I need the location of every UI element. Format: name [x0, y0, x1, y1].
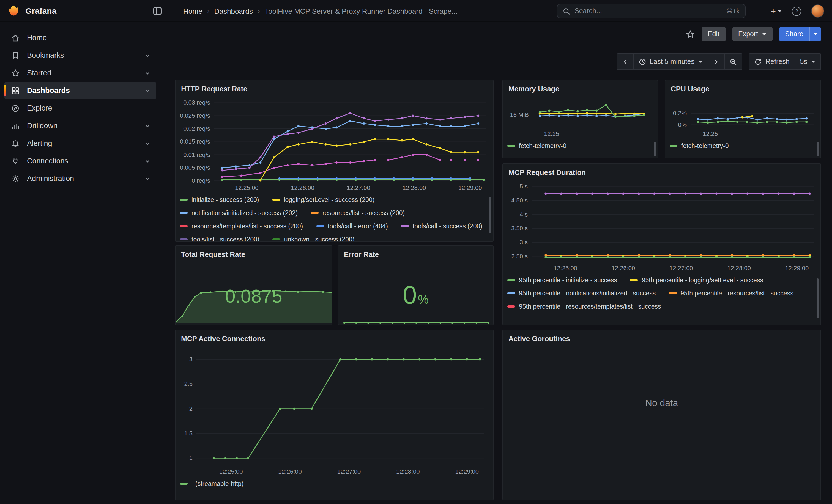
- breadcrumb: Home › Dashboards › ToolHive MCP Server …: [183, 0, 458, 22]
- new-menu-button[interactable]: +: [770, 6, 782, 16]
- time-shift-forward-button[interactable]: [708, 53, 725, 70]
- svg-text:0.005 req/s: 0.005 req/s: [180, 164, 210, 171]
- legend-item[interactable]: 95th percentile - resources/templates/li…: [508, 300, 661, 313]
- legend-item[interactable]: tools/call - error (404): [316, 219, 388, 233]
- sidebar-item-label: Connections: [27, 157, 68, 165]
- share-button[interactable]: Share: [779, 27, 809, 41]
- sidebar-nav: Home Bookmarks Starred Dashboards: [0, 22, 165, 504]
- active-connections-legend: - (streamable-http): [180, 477, 489, 490]
- duration-legend: 95th percentile - initialize - success95…: [508, 273, 816, 313]
- caret-down-icon: [698, 60, 703, 63]
- breadcrumb-home[interactable]: Home: [183, 7, 202, 15]
- time-range-picker[interactable]: Last 5 minutes: [633, 53, 708, 70]
- legend-item[interactable]: resources/templates/list - success (200): [180, 219, 303, 233]
- panel-title[interactable]: Active Goroutines: [509, 335, 815, 343]
- panel-title[interactable]: HTTP Request Rate: [181, 85, 488, 93]
- svg-text:12:27:00: 12:27:00: [337, 468, 361, 475]
- clock-icon: [639, 58, 646, 65]
- svg-text:2.50 s: 2.50 s: [511, 253, 528, 260]
- mcp-request-duration-chart[interactable]: 5 s4.50 s4 s3.50 s3 s2.50 s12:25:0012:26…: [508, 179, 817, 272]
- svg-text:0.02 req/s: 0.02 req/s: [183, 125, 210, 132]
- help-icon[interactable]: ?: [792, 6, 801, 16]
- svg-text:12:28:00: 12:28:00: [402, 184, 426, 191]
- breadcrumb-dashboards[interactable]: Dashboards: [214, 7, 253, 15]
- legend-item[interactable]: 95th percentile - logging/setLevel - suc…: [630, 273, 763, 287]
- legend-label: notifications/initialized - success (202…: [191, 210, 298, 216]
- legend-label: tools/list - success (200): [191, 236, 259, 242]
- mcp-active-connections-chart[interactable]: 11.522.5312:25:0012:26:0012:27:0012:28:0…: [180, 345, 490, 476]
- legend-item[interactable]: unknown - success (200): [272, 233, 355, 242]
- edit-button[interactable]: Edit: [702, 27, 726, 41]
- svg-text:12:28:00: 12:28:00: [396, 468, 420, 475]
- legend-item[interactable]: - (streamable-http): [180, 477, 243, 490]
- favorite-star-icon[interactable]: [686, 29, 695, 39]
- stat-unit: %: [418, 293, 428, 307]
- legend-item[interactable]: initialize - success (200): [180, 193, 259, 206]
- bookmark-icon: [11, 51, 20, 60]
- sidebar-item-alerting[interactable]: Alerting: [4, 135, 156, 152]
- legend-item[interactable]: 95th percentile - notifications/initiali…: [508, 287, 656, 300]
- svg-text:12:26:00: 12:26:00: [278, 468, 302, 475]
- brand[interactable]: Grafana: [0, 5, 56, 17]
- legend-item[interactable]: notifications/initialized - success (202…: [180, 206, 298, 219]
- legend-item[interactable]: logging/setLevel - success (200): [272, 193, 374, 206]
- svg-text:12:26:00: 12:26:00: [612, 265, 635, 271]
- chevron-down-icon: [144, 87, 151, 94]
- legend-item[interactable]: fetch-telemetry-0: [508, 139, 567, 152]
- sidebar-item-dashboards[interactable]: Dashboards: [4, 82, 156, 99]
- legend-item[interactable]: tools/list - success (200): [180, 233, 259, 242]
- sidebar-item-bookmarks[interactable]: Bookmarks: [4, 47, 156, 64]
- scrollbar-thumb[interactable]: [816, 278, 819, 318]
- scrollbar-thumb[interactable]: [816, 142, 819, 156]
- time-shift-back-button[interactable]: [617, 53, 634, 70]
- legend-label: fetch-telemetry-0: [519, 142, 567, 149]
- panel-active-goroutines: Active Goroutines No data: [502, 329, 821, 500]
- refresh-button[interactable]: Refresh: [749, 53, 795, 70]
- panel-cpu-usage: CPU Usage 0.2%0%12:25 fetch-telemetry-0: [665, 80, 821, 158]
- export-button[interactable]: Export: [732, 27, 772, 41]
- legend-item[interactable]: tools/call - success (200): [401, 219, 482, 233]
- search-box[interactable]: ⌘+k: [557, 4, 746, 18]
- panel-title[interactable]: Total Request Rate: [181, 250, 326, 259]
- sidebar-item-label: Dashboards: [27, 86, 70, 95]
- panel-title[interactable]: CPU Usage: [671, 85, 815, 93]
- http-request-rate-chart[interactable]: 0 req/s0.005 req/s0.01 req/s0.015 req/s0…: [180, 95, 490, 192]
- sidebar-item-starred[interactable]: Starred: [4, 64, 156, 81]
- zoom-out-button[interactable]: [724, 53, 742, 70]
- legend-item[interactable]: fetch-telemetry-0: [670, 139, 729, 152]
- sidebar-item-home[interactable]: Home: [4, 29, 156, 46]
- chevron-down-icon: [144, 70, 151, 76]
- memory-usage-chart[interactable]: 16 MiB12:25: [508, 95, 654, 138]
- compass-icon: [11, 104, 20, 112]
- user-avatar[interactable]: [811, 4, 824, 18]
- sidebar-item-administration[interactable]: Administration: [4, 170, 156, 187]
- panel-error-rate: Error Rate 0%: [338, 245, 494, 325]
- breadcrumb-separator: ›: [258, 8, 260, 14]
- refresh-interval-picker[interactable]: 5s: [795, 53, 821, 70]
- sidebar-item-drilldown[interactable]: Drilldown: [4, 117, 156, 134]
- share-caret-button[interactable]: [809, 27, 821, 41]
- sidebar-toggle-icon[interactable]: [152, 5, 163, 17]
- legend-label: fetch-telemetry-0: [681, 142, 729, 149]
- sidebar-item-explore[interactable]: Explore: [4, 100, 156, 117]
- legend-swatch: [508, 306, 515, 308]
- panel-title[interactable]: Memory Usage: [509, 85, 652, 93]
- legend-swatch: [669, 292, 677, 294]
- legend-label: tools/call - success (200): [413, 223, 482, 230]
- scrollbar-thumb[interactable]: [489, 197, 491, 233]
- legend-item[interactable]: 95th percentile - initialize - success: [508, 273, 617, 287]
- legend-item[interactable]: 95th percentile - resources/list - succe…: [669, 287, 793, 300]
- sidebar-item-connections[interactable]: Connections: [4, 152, 156, 169]
- http-legend: initialize - success (200)logging/setLev…: [180, 193, 489, 242]
- cpu-usage-chart[interactable]: 0.2%0%12:25: [670, 95, 817, 138]
- scrollbar-thumb[interactable]: [654, 142, 656, 156]
- legend-swatch: [630, 279, 638, 281]
- error-rate-sparkline[interactable]: [339, 316, 494, 324]
- panel-title[interactable]: MCP Request Duration: [509, 168, 815, 177]
- caret-down-icon: [813, 33, 818, 35]
- legend-label: 95th percentile - logging/setLevel - suc…: [642, 277, 763, 283]
- search-input[interactable]: [574, 7, 722, 15]
- legend-item[interactable]: resources/list - success (200): [311, 206, 405, 219]
- panel-title[interactable]: Error Rate: [344, 250, 488, 259]
- panel-title[interactable]: MCP Active Connections: [181, 335, 488, 343]
